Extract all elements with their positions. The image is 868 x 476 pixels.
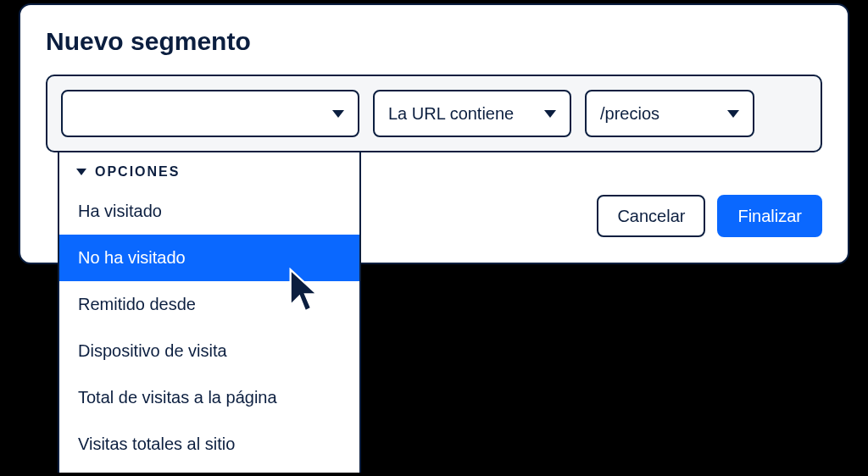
dropdown-item[interactable]: Remitido desde (59, 281, 359, 328)
value-select[interactable]: /precios (585, 90, 754, 137)
caret-down-icon (332, 110, 344, 118)
cancel-button[interactable]: Cancelar (597, 195, 705, 237)
caret-down-icon (76, 169, 86, 175)
operator-select-value: La URL contiene (388, 104, 514, 124)
dropdown-header-label: Opciones (95, 164, 180, 180)
field-select[interactable] (61, 90, 359, 137)
operator-select[interactable]: La URL contiene (373, 90, 571, 137)
dropdown-item[interactable]: Dispositivo de visita (59, 328, 359, 374)
caret-down-icon (727, 110, 739, 118)
dropdown-item[interactable]: Visitas totales al sitio (59, 421, 359, 468)
modal-title: Nuevo segmento (46, 27, 822, 56)
finish-button-label: Finalizar (737, 207, 802, 226)
field-select-dropdown: Opciones Ha visitadoNo ha visitadoRemiti… (58, 152, 361, 473)
dropdown-item[interactable]: Total de visitas a la página (59, 374, 359, 421)
dropdown-item[interactable]: Ha visitado (59, 188, 359, 235)
caret-down-icon (544, 110, 556, 118)
dropdown-item[interactable]: No ha visitado (59, 235, 359, 281)
filter-bar: La URL contiene /precios (46, 75, 822, 152)
dropdown-header: Opciones (59, 164, 359, 188)
finish-button[interactable]: Finalizar (717, 195, 822, 237)
value-select-value: /precios (600, 104, 659, 124)
cancel-button-label: Cancelar (617, 207, 685, 226)
